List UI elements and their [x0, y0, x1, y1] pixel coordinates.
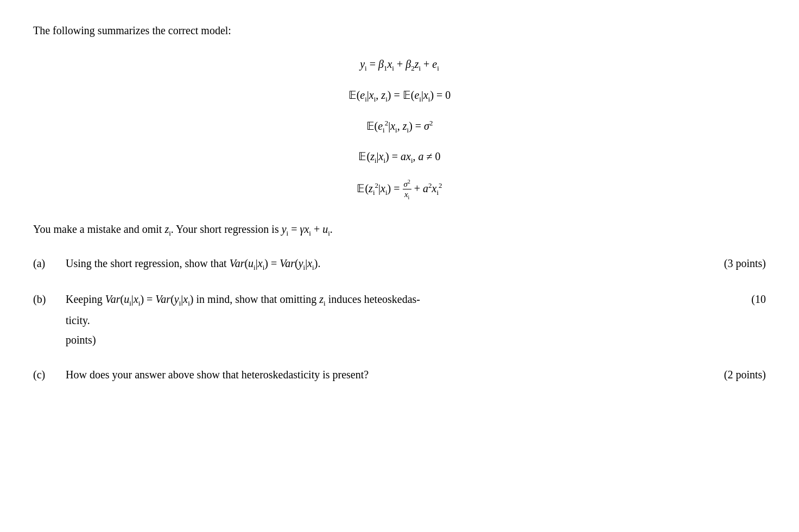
problem-c-label: (c)	[33, 366, 55, 383]
equation-4: 𝔼(zi|xi) = axi, a ≠ 0	[358, 148, 440, 167]
problem-b-label: (b)	[33, 290, 55, 308]
problem-a-points: (3 points)	[712, 255, 766, 272]
problem-b-points1: (10	[712, 290, 766, 308]
intro-text: The following summarizes the correct mod…	[33, 22, 766, 39]
problem-c: (c) How does your answer above show that…	[33, 366, 766, 383]
problem-b-body: Keeping Var(ui|xi) = Var(yi|xi) in mind,…	[66, 290, 766, 349]
problem-a-text: Using the short regression, show that Va…	[66, 255, 701, 274]
problem-b-points2: points)	[66, 331, 766, 349]
problem-c-points: (2 points)	[712, 366, 766, 383]
transition-text: You make a mistake and omit zi. Your sho…	[33, 220, 766, 239]
problem-b-text2: ticity.	[66, 312, 766, 329]
equations-block: yi = β1xi + β2zi + ei 𝔼(ei|xi, zi) = 𝔼(e…	[33, 55, 766, 201]
equation-2: 𝔼(ei|xi, zi) = 𝔼(ei|xi) = 0	[348, 86, 451, 105]
problem-a: (a) Using the short regression, show tha…	[33, 255, 766, 274]
equation-1: yi = β1xi + β2zi + ei	[360, 55, 439, 74]
page-content: The following summarizes the correct mod…	[33, 22, 766, 383]
problem-a-label: (a)	[33, 255, 55, 272]
equation-5: 𝔼(zi2|xi) = σ2xi + a2xi2	[357, 179, 442, 201]
problem-c-text: How does your answer above show that het…	[66, 366, 701, 383]
problem-b-text1: Keeping Var(ui|xi) = Var(yi|xi) in mind,…	[66, 290, 712, 309]
equation-3: 𝔼(ei2|xi, zi) = σ2	[366, 117, 433, 136]
problem-b: (b) Keeping Var(ui|xi) = Var(yi|xi) in m…	[33, 290, 766, 349]
